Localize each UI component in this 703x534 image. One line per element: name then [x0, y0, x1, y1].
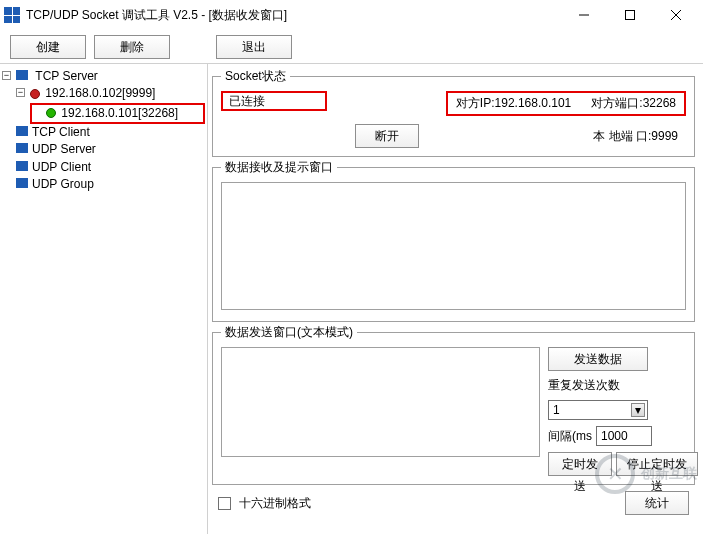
peer-info-box: 对方IP:192.168.0.101 对方端口:32268	[446, 91, 686, 116]
tree-udp-client[interactable]: UDP Client	[2, 159, 205, 176]
interval-input[interactable]	[596, 426, 652, 446]
client-icon	[16, 161, 28, 171]
close-button[interactable]	[653, 0, 699, 30]
stop-timer-button[interactable]: 停止定时发送	[616, 452, 698, 476]
chevron-down-icon[interactable]: ▾	[631, 403, 645, 417]
send-legend: 数据发送窗口(文本模式)	[221, 324, 357, 341]
send-button[interactable]: 发送数据	[548, 347, 648, 371]
minimize-button[interactable]	[561, 0, 607, 30]
sidebar-tree[interactable]: − TCP Server − 192.168.0.102[9999] 192.1…	[0, 64, 208, 534]
tree-udp-server[interactable]: UDP Server	[2, 141, 205, 158]
svg-rect-1	[626, 11, 635, 20]
interval-label: 间隔(ms	[548, 428, 592, 445]
repeat-select[interactable]: 1 ▾	[548, 400, 648, 420]
socket-status-group: Socket状态 已连接 对方IP:192.168.0.101 对方端口:322…	[212, 68, 695, 157]
status-red-icon	[30, 89, 40, 99]
tree-tcp-client[interactable]: TCP Client	[2, 124, 205, 141]
repeat-label: 重复发送次数	[548, 377, 620, 394]
status-green-icon	[46, 108, 56, 118]
socket-legend: Socket状态	[221, 68, 290, 85]
group-icon	[16, 178, 28, 188]
timer-send-button[interactable]: 定时发送	[548, 452, 612, 476]
tree-tcp-server[interactable]: − TCP Server − 192.168.0.102[9999] 192.1…	[2, 68, 205, 124]
client-icon	[16, 126, 28, 136]
peer-port-label: 对方端口:32268	[591, 95, 676, 112]
local-port-label: 本 地端 口:9999	[419, 128, 686, 145]
delete-button[interactable]: 删除	[94, 35, 170, 59]
server-icon	[16, 70, 28, 80]
send-textarea[interactable]	[221, 347, 540, 457]
disconnect-button[interactable]: 断开	[355, 124, 419, 148]
tree-listener[interactable]: − 192.168.0.102[9999] 192.168.0.101[3226…	[16, 85, 205, 124]
send-group: 数据发送窗口(文本模式) 发送数据 重复发送次数 1 ▾ 间隔(ms 定时发送	[212, 324, 695, 485]
app-icon	[4, 7, 20, 23]
recv-textarea[interactable]	[221, 182, 686, 310]
recv-legend: 数据接收及提示窗口	[221, 159, 337, 176]
hex-checkbox[interactable]	[218, 497, 231, 510]
tree-connection[interactable]: 192.168.0.101[32268]	[30, 103, 205, 124]
expand-icon[interactable]: −	[2, 71, 11, 80]
expand-icon[interactable]: −	[16, 88, 25, 97]
connection-status: 已连接	[221, 91, 327, 111]
peer-ip-label: 对方IP:192.168.0.101	[456, 95, 571, 112]
bottom-bar: 十六进制格式 统计	[212, 487, 695, 519]
maximize-button[interactable]	[607, 0, 653, 30]
stats-button[interactable]: 统计	[625, 491, 689, 515]
toolbar: 创建 删除 退出	[0, 30, 703, 64]
title-bar: TCP/UDP Socket 调试工具 V2.5 - [数据收发窗口]	[0, 0, 703, 30]
server-icon	[16, 143, 28, 153]
window-title: TCP/UDP Socket 调试工具 V2.5 - [数据收发窗口]	[26, 7, 561, 24]
recv-group: 数据接收及提示窗口	[212, 159, 695, 322]
hex-label: 十六进制格式	[239, 495, 311, 512]
tree-udp-group[interactable]: UDP Group	[2, 176, 205, 193]
create-button[interactable]: 创建	[10, 35, 86, 59]
quit-button[interactable]: 退出	[216, 35, 292, 59]
